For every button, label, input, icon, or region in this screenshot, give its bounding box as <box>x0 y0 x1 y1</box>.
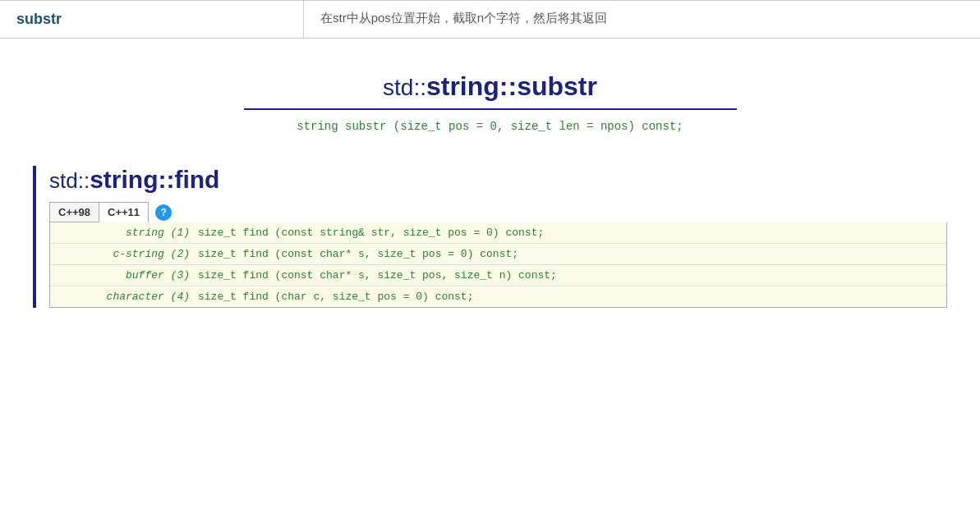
help-icon[interactable]: ? <box>155 204 172 221</box>
sig-row-1: string (1) size_t find (const string& st… <box>50 222 946 244</box>
substr-divider <box>244 108 737 110</box>
find-prefix-text: std:: <box>49 168 90 193</box>
find-title: std::string::find <box>49 166 947 194</box>
tab-cpp98[interactable]: C++98 <box>49 202 99 222</box>
substr-link[interactable]: substr <box>16 11 62 27</box>
sig-label-2: c-string (2) <box>58 248 190 260</box>
version-tabs: C++98 C++11 ? <box>49 202 947 222</box>
sig-row-4: character (4) size_t find (char c, size_… <box>50 286 946 307</box>
sig-code-3: size_t find (const char* s, size_t pos, … <box>198 269 557 282</box>
substr-signature: string substr (size_t pos = 0, size_t le… <box>33 120 947 133</box>
find-section: std::string::find C++98 C++11 ? string (… <box>33 166 947 308</box>
sig-code-1: size_t find (const string& str, size_t p… <box>198 227 544 239</box>
signatures-container: string (1) size_t find (const string& st… <box>49 222 947 308</box>
sig-label-4: character (4) <box>58 291 190 303</box>
find-bold: string::find <box>90 166 219 193</box>
substr-section: std::string::substr string substr (size_… <box>33 55 947 158</box>
top-table-left: substr <box>0 1 304 38</box>
substr-prefix-text: std:: <box>383 75 426 100</box>
sig-code-4: size_t find (char c, size_t pos = 0) con… <box>198 291 473 303</box>
main-content: std::string::substr string substr (size_… <box>0 39 980 324</box>
top-table-right: 在str中从pos位置开始，截取n个字符，然后将其返回 <box>304 1 980 38</box>
sig-code-2: size_t find (const char* s, size_t pos =… <box>198 248 518 260</box>
sig-label-3: buffer (3) <box>58 269 190 282</box>
substr-bold: string::substr <box>426 71 597 101</box>
top-table: substr 在str中从pos位置开始，截取n个字符，然后将其返回 <box>0 0 980 39</box>
sig-row-3: buffer (3) size_t find (const char* s, s… <box>50 265 946 286</box>
substr-title: std::string::substr <box>33 71 947 102</box>
sig-label-1: string (1) <box>58 227 190 239</box>
sig-row-2: c-string (2) size_t find (const char* s,… <box>50 244 946 265</box>
tab-cpp11[interactable]: C++11 <box>99 202 149 222</box>
